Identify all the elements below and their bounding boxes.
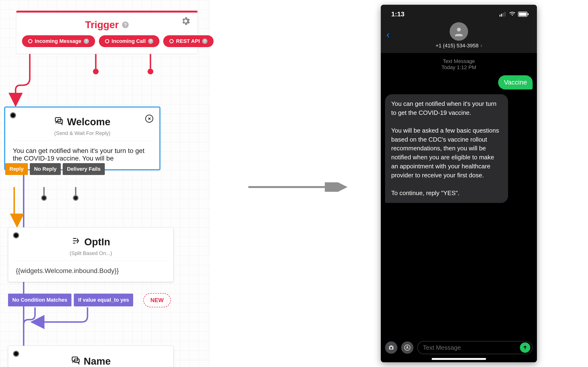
optin-node[interactable]: OptIn (Split Based On...) {{widgets.Welc… [8, 227, 174, 282]
port-icon [28, 39, 32, 43]
camera-icon[interactable] [385, 342, 397, 354]
svg-rect-10 [519, 13, 526, 16]
card-subtitle: (Split Based On...) [14, 250, 168, 261]
nav-bar: ‹ +1 (415) 534-3958 › [381, 20, 537, 53]
welcome-node[interactable]: Welcome ✕ (Send & Wait For Reply) You ca… [4, 107, 160, 170]
contact-number: +1 (415) 534-3958 [436, 43, 479, 49]
message-thread[interactable]: Text Message Today 1:12 PM Vaccine You c… [381, 53, 537, 340]
pill-label: Incoming Message [35, 38, 81, 44]
trigger-node[interactable]: Trigger ? Incoming Message ? Incoming Ca… [16, 11, 198, 54]
back-icon[interactable]: ‹ [387, 29, 390, 40]
connectors-layer [0, 0, 210, 367]
pill-rest-api[interactable]: REST API ? [163, 35, 214, 47]
avatar[interactable] [450, 22, 468, 41]
chat-icon [71, 355, 81, 367]
meta-type: Text Message [385, 58, 533, 64]
wifi-icon [509, 12, 516, 17]
svg-point-13 [390, 347, 392, 349]
battery-icon [518, 12, 529, 17]
new-transition-button[interactable]: NEW [143, 293, 171, 307]
output-port[interactable] [73, 195, 79, 201]
output-port[interactable] [93, 69, 99, 74]
tab-no-reply[interactable]: No Reply [30, 163, 61, 175]
svg-rect-8 [505, 12, 506, 17]
chevron-right-icon: › [480, 43, 482, 49]
card-title-text: Name [84, 356, 111, 367]
tab-delivery-fails[interactable]: Delivery Fails [63, 163, 105, 175]
chip-no-match[interactable]: No Condition Matches [8, 294, 72, 306]
incoming-bubble: You can get notified when it's your turn… [385, 94, 508, 203]
phone-mock: 1:13 ‹ +1 (415) 534-3958 › Text Message … [381, 5, 537, 362]
svg-point-12 [457, 28, 461, 32]
new-chip-wrap: NEW [143, 293, 171, 307]
chat-icon [54, 116, 64, 128]
card-body: {{widgets.Welcome.inbound.Body}} [8, 261, 173, 282]
port-icon [169, 39, 174, 43]
signal-icon [499, 12, 507, 17]
tab-reply[interactable]: Reply [5, 163, 28, 175]
pill-label: REST API [176, 38, 200, 44]
compose-input[interactable]: Text Message [417, 341, 533, 354]
chip-eq-yes[interactable]: If value equal_to yes [74, 294, 133, 306]
trigger-pills: Incoming Message ? Incoming Call ? REST … [16, 35, 198, 54]
split-icon [72, 236, 81, 248]
output-port[interactable] [148, 69, 153, 74]
status-icons [499, 12, 529, 17]
optin-chips: No Condition Matches If value equal_to y… [8, 294, 133, 306]
help-icon[interactable]: ? [122, 22, 129, 28]
card-header: OptIn [8, 227, 173, 250]
svg-rect-6 [501, 14, 502, 17]
card-title-text: OptIn [84, 236, 110, 248]
outgoing-bubble: Vaccine [498, 75, 533, 90]
svg-rect-5 [499, 15, 500, 17]
contact-label[interactable]: +1 (415) 534-3958 › [436, 43, 482, 49]
trigger-header: Trigger ? [16, 12, 198, 35]
card-subtitle: (Send & Wait For Reply) [11, 130, 154, 141]
name-node[interactable]: Name [8, 346, 174, 367]
arrow-icon [248, 182, 348, 192]
port-icon [105, 39, 109, 43]
appstore-icon[interactable] [401, 342, 413, 354]
flow-canvas[interactable]: Trigger ? Incoming Message ? Incoming Ca… [0, 0, 210, 367]
pill-incoming-call[interactable]: Incoming Call ? [99, 35, 159, 47]
svg-rect-11 [528, 13, 529, 15]
send-button[interactable] [520, 342, 530, 353]
card-header: Welcome ✕ [5, 108, 159, 130]
gear-icon[interactable] [180, 16, 191, 27]
help-icon[interactable]: ? [148, 39, 153, 44]
meta-time: Today 1:12 PM [385, 64, 533, 71]
trigger-title: Trigger ? [85, 19, 129, 31]
pill-label: Incoming Call [112, 38, 146, 44]
trigger-title-text: Trigger [85, 19, 119, 31]
close-icon[interactable]: ✕ [145, 115, 153, 123]
svg-rect-7 [503, 13, 504, 17]
pill-incoming-message[interactable]: Incoming Message ? [22, 35, 95, 47]
home-indicator[interactable] [432, 358, 486, 360]
welcome-tabs: Reply No Reply Delivery Fails [5, 163, 105, 175]
card-title-text: Welcome [67, 116, 111, 128]
help-icon[interactable]: ? [84, 39, 89, 44]
output-port[interactable] [41, 195, 47, 201]
status-time: 1:13 [391, 10, 404, 18]
compose-placeholder: Text Message [423, 344, 461, 351]
status-bar: 1:13 [381, 5, 537, 20]
thread-meta: Text Message Today 1:12 PM [385, 58, 533, 71]
card-header: Name [8, 346, 173, 367]
help-icon[interactable]: ? [202, 39, 207, 44]
